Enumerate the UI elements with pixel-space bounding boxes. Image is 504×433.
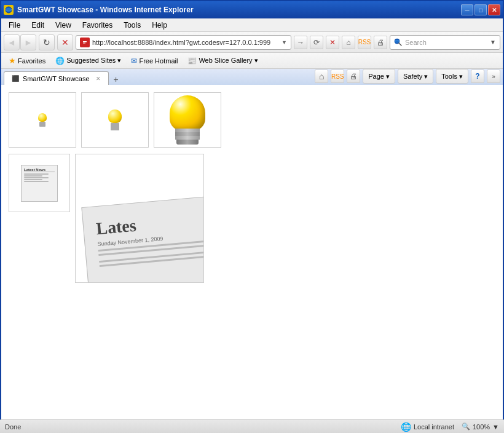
thumbnail-1[interactable] xyxy=(9,92,76,148)
thumbnail-2[interactable] xyxy=(81,92,149,148)
menu-file[interactable]: File xyxy=(4,20,25,31)
stop-button[interactable]: ✕ xyxy=(57,34,73,50)
menu-edit[interactable]: Edit xyxy=(26,20,49,31)
refresh-button[interactable]: ↻ xyxy=(39,34,55,50)
status-right: 🌐 Local intranet 🔍 100% ▼ xyxy=(401,422,499,432)
small-bulb-icon xyxy=(106,109,124,130)
np-line-4 xyxy=(24,179,42,180)
status-bar: Done 🌐 Local intranet 🔍 100% ▼ xyxy=(0,419,504,433)
svg-line-9 xyxy=(399,43,401,46)
menu-help[interactable]: Help xyxy=(147,20,172,31)
nav-rss-icon[interactable]: RSS xyxy=(358,36,371,49)
thumbnail-3[interactable] xyxy=(154,92,221,148)
suggested-sites-icon: 🌐 xyxy=(55,57,65,65)
nav-btn-group: ◄ ► xyxy=(4,34,36,50)
svg-rect-4 xyxy=(83,41,87,42)
main-content: Latest News Lates Sun xyxy=(1,85,503,421)
address-bar[interactable]: http://localhost:8888/index.html?gwt.cod… xyxy=(76,35,291,50)
newspaper-lines xyxy=(24,173,55,182)
large-preview-scroll[interactable]: Lates Sunday November 1, 2009 xyxy=(76,154,203,282)
nav-stop-icon[interactable]: ✕ xyxy=(326,36,339,49)
title-bar-controls: ─ □ ✕ xyxy=(461,4,500,15)
newspaper-thumbnail[interactable]: Latest News xyxy=(9,154,70,212)
window-title: SmartGWT Showcase - Windows Internet Exp… xyxy=(17,6,194,14)
suggested-sites-button[interactable]: 🌐 Suggested Sites ▾ xyxy=(53,55,124,66)
address-icon xyxy=(80,38,90,47)
address-text: http://localhost:8888/index.html?gwt.cod… xyxy=(92,39,279,46)
favorites-label: Favorites xyxy=(18,57,45,65)
np-line-1 xyxy=(24,173,49,175)
svg-rect-5 xyxy=(83,42,85,43)
web-slice-icon: 📰 xyxy=(187,57,197,65)
address-dropdown[interactable]: ▼ xyxy=(282,39,287,46)
title-bar-left: SmartGWT Showcase - Windows Internet Exp… xyxy=(4,5,194,15)
forward-button[interactable]: ► xyxy=(20,34,36,50)
suggested-sites-label: Suggested Sites ▾ xyxy=(66,57,121,65)
search-placeholder: Search xyxy=(405,39,487,46)
favorites-button[interactable]: ★ Favorites xyxy=(6,55,48,66)
help-toolbar-button[interactable]: ? xyxy=(471,70,484,83)
nav-refresh-icon[interactable]: ⟳ xyxy=(310,36,323,49)
print-toolbar-icon[interactable]: 🖨 xyxy=(347,70,360,83)
preview-container: Latest News Lates Sun xyxy=(9,154,495,283)
status-zone: 🌐 Local intranet xyxy=(401,422,454,432)
tab-bar: ⬛ SmartGWT Showcase ✕ + ⌂ RSS 🖨 Page ▾ S… xyxy=(1,69,503,85)
menu-favorites[interactable]: Favorites xyxy=(77,20,117,31)
maximize-button[interactable]: □ xyxy=(474,4,487,15)
minimize-button[interactable]: ─ xyxy=(461,4,473,15)
zone-label: Local intranet xyxy=(414,423,454,431)
back-button[interactable]: ◄ xyxy=(4,34,20,50)
nav-print-icon[interactable]: 🖨 xyxy=(374,36,387,49)
globe-icon: 🌐 xyxy=(401,422,411,432)
zoom-level: 100% xyxy=(473,423,490,431)
tiny-bulb-icon xyxy=(36,113,49,127)
tab-favicon: ⬛ xyxy=(12,75,19,82)
favorites-star-icon: ★ xyxy=(9,56,16,65)
np-line-2 xyxy=(24,175,42,177)
hotmail-icon: ✉ xyxy=(131,57,137,65)
tab-close-button[interactable]: ✕ xyxy=(96,76,101,82)
home-toolbar-icon[interactable]: ⌂ xyxy=(315,70,328,83)
search-provider-icon xyxy=(394,38,403,47)
newspaper-header: Latest News xyxy=(24,168,55,172)
large-bulb-icon xyxy=(166,95,209,145)
large-preview[interactable]: Lates Sunday November 1, 2009 xyxy=(75,154,204,283)
free-hotmail-button[interactable]: ✉ Free Hotmail xyxy=(128,55,180,66)
rss-toolbar-icon[interactable]: RSS xyxy=(331,70,344,83)
ie-title-icon xyxy=(4,5,14,15)
browser-window: SmartGWT Showcase - Windows Internet Exp… xyxy=(0,0,504,433)
thumbnails-row xyxy=(9,92,495,148)
status-zoom[interactable]: 🔍 100% ▼ xyxy=(462,423,499,431)
page-button[interactable]: Page ▾ xyxy=(363,69,395,84)
np-line-5 xyxy=(24,181,49,182)
nav-bar: ◄ ► ↻ ✕ http://localhost:8888/index.html… xyxy=(1,32,503,53)
large-preview-content: Lates Sunday November 1, 2009 xyxy=(76,154,203,282)
status-text: Done xyxy=(5,423,21,431)
search-dropdown[interactable]: ▼ xyxy=(490,39,496,46)
menu-view[interactable]: View xyxy=(50,20,76,31)
active-tab[interactable]: ⬛ SmartGWT Showcase ✕ xyxy=(4,71,109,85)
toolbar-overflow[interactable]: » xyxy=(487,70,500,83)
title-bar: SmartGWT Showcase - Windows Internet Exp… xyxy=(1,1,503,18)
web-slice-gallery-label: Web Slice Gallery ▾ xyxy=(199,57,258,65)
np-line-3 xyxy=(24,177,49,178)
zoom-dropdown[interactable]: ▼ xyxy=(492,423,499,431)
tab-label: SmartGWT Showcase xyxy=(23,75,90,82)
menu-tools[interactable]: Tools xyxy=(119,20,146,31)
close-button[interactable]: ✕ xyxy=(488,4,500,15)
tools-button[interactable]: Tools ▾ xyxy=(436,69,468,84)
newspaper-large-icon: Lates Sunday November 1, 2009 xyxy=(81,191,203,282)
menu-bar: File Edit View Favorites Tools Help xyxy=(1,18,503,32)
web-slice-gallery-button[interactable]: 📰 Web Slice Gallery ▾ xyxy=(185,55,260,66)
status-left: Done xyxy=(5,423,21,431)
nav-home-icon[interactable]: ⌂ xyxy=(342,36,355,49)
free-hotmail-label: Free Hotmail xyxy=(139,57,178,65)
search-bar[interactable]: Search ▼ xyxy=(390,35,500,50)
svg-rect-3 xyxy=(82,40,88,45)
zoom-icon: 🔍 xyxy=(462,423,470,431)
nav-go-button[interactable]: → xyxy=(294,36,307,49)
newspaper-small-icon: Latest News xyxy=(21,165,58,202)
favorites-bar: ★ Favorites 🌐 Suggested Sites ▾ ✉ Free H… xyxy=(1,53,503,69)
safety-button[interactable]: Safety ▾ xyxy=(398,69,433,84)
new-tab-button[interactable]: + xyxy=(110,74,122,85)
